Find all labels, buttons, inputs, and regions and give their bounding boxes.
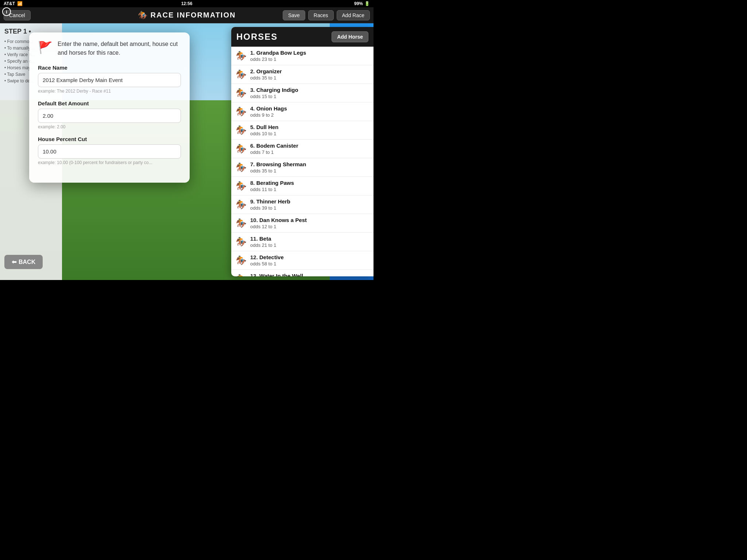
- horse-list-item[interactable]: 🏇 3. Charging Indigo odds 15 to 1: [231, 84, 374, 102]
- nav-title: RACE INFORMATION: [151, 11, 236, 19]
- horse-info: 5. Dull Hen odds 10 to 1: [250, 124, 369, 136]
- battery-icon: 🔋: [364, 1, 370, 6]
- horse-name: Grandpa Bow Legs: [256, 50, 306, 56]
- horse-number: 10.: [250, 217, 259, 223]
- add-horse-button[interactable]: Add Horse: [332, 31, 368, 42]
- bet-amount-group: Default Bet Amount example: 2.00: [38, 100, 181, 129]
- horse-number: 4.: [250, 105, 256, 112]
- horse-odds: odds 15 to 1: [250, 94, 369, 99]
- house-cut-hint: example: 10.00 (0-100 percent for fundra…: [38, 160, 181, 165]
- race-name-label: Race Name: [38, 65, 181, 71]
- status-bar: AT&T 📶 12:56 99% 🔋: [0, 0, 374, 7]
- horse-list-item[interactable]: 🏇 6. Bodem Canister odds 7 to 1: [231, 140, 374, 158]
- house-cut-input[interactable]: [38, 144, 181, 159]
- house-cut-group: House Percent Cut example: 10.00 (0-100 …: [38, 136, 181, 165]
- horse-odds: odds 35 to 1: [250, 75, 369, 81]
- horse-list-item[interactable]: 🏇 1. Grandpa Bow Legs odds 23 to 1: [231, 47, 374, 65]
- horse-list-item[interactable]: 🏇 7. Browsing Sherman odds 35 to 1: [231, 158, 374, 177]
- horse-rider-icon: 🏇: [236, 51, 247, 61]
- bet-amount-input[interactable]: [38, 109, 181, 123]
- horse-odds: odds 21 to 1: [250, 242, 369, 248]
- modal-header: 🚩 Enter the name, default bet amount, ho…: [38, 40, 181, 57]
- race-name-hint: example: The 2012 Derby - Race #11: [38, 89, 181, 94]
- horse-list-item[interactable]: 🏇 5. Dull Hen odds 10 to 1: [231, 121, 374, 140]
- horse-name: Organizer: [256, 68, 282, 74]
- horse-number: 8.: [250, 180, 256, 186]
- horse-list-item[interactable]: 🏇 9. Thinner Herb odds 39 to 1: [231, 195, 374, 214]
- horse-name: Charging Indigo: [256, 87, 298, 93]
- horse-list-item[interactable]: 🏇 12. Detective odds 58 to 1: [231, 251, 374, 270]
- horse-rider-icon: 🏇: [236, 199, 247, 210]
- nav-center: 🏇 RACE INFORMATION: [138, 11, 236, 20]
- horse-rider-icon: 🏇: [236, 162, 247, 172]
- horse-odds: odds 11 to 1: [250, 187, 369, 192]
- house-cut-label: House Percent Cut: [38, 136, 181, 142]
- horse-rider-icon: 🏇: [236, 106, 247, 117]
- horse-name: Detective: [259, 254, 284, 260]
- race-name-group: Race Name example: The 2012 Derby - Race…: [38, 65, 181, 94]
- horse-odds: odds 23 to 1: [250, 57, 369, 62]
- horse-number: 13.: [250, 273, 259, 276]
- modal-overlay: 🚩 Enter the name, default bet amount, ho…: [0, 23, 374, 280]
- horse-name: Bodem Canister: [256, 143, 298, 149]
- horse-number: 9.: [250, 198, 256, 205]
- horse-info: 12. Detective odds 58 to 1: [250, 254, 369, 267]
- horse-name: Beta: [259, 236, 271, 242]
- horse-rider-icon: 🏇: [236, 255, 247, 265]
- race-name-input[interactable]: [38, 73, 181, 87]
- info-button[interactable]: i: [2, 7, 11, 16]
- races-button[interactable]: Races: [308, 10, 334, 20]
- horse-list-item[interactable]: 🏇 11. Beta odds 21 to 1: [231, 233, 374, 251]
- horse-list-item[interactable]: 🏇 13. Water In the Well odds 26 to 1: [231, 270, 374, 276]
- bet-amount-label: Default Bet Amount: [38, 100, 181, 106]
- horse-info: 3. Charging Indigo odds 15 to 1: [250, 87, 369, 99]
- horse-info: 2. Organizer odds 35 to 1: [250, 68, 369, 81]
- horse-odds: odds 58 to 1: [250, 261, 369, 267]
- modal-header-text: Enter the name, default bet amount, hous…: [58, 40, 181, 57]
- horse-rider-icon: 🏇: [236, 181, 247, 191]
- horse-info: 1. Grandpa Bow Legs odds 23 to 1: [250, 50, 369, 62]
- horse-list-item[interactable]: 🏇 2. Organizer odds 35 to 1: [231, 65, 374, 84]
- horse-number: 1.: [250, 50, 256, 56]
- horse-info: 10. Dan Knows a Pest odds 12 to 1: [250, 217, 369, 229]
- race-info-form: 🚩 Enter the name, default bet amount, ho…: [29, 32, 190, 183]
- horse-name: Onion Hags: [256, 105, 287, 112]
- horse-odds: odds 39 to 1: [250, 205, 369, 211]
- horse-name: Browsing Sherman: [256, 161, 306, 167]
- horse-list-item[interactable]: 🏇 8. Berating Paws odds 11 to 1: [231, 177, 374, 195]
- horses-title: HORSES: [236, 32, 278, 42]
- add-race-button[interactable]: Add Race: [337, 10, 370, 20]
- horse-number: 7.: [250, 161, 256, 167]
- horse-info: 6. Bodem Canister odds 7 to 1: [250, 143, 369, 155]
- carrier-text: AT&T: [4, 1, 15, 6]
- horse-info: 11. Beta odds 21 to 1: [250, 236, 369, 248]
- horse-name: Thinner Herb: [256, 198, 290, 205]
- horse-odds: odds 35 to 1: [250, 168, 369, 174]
- horse-info: 13. Water In the Well odds 26 to 1: [250, 273, 369, 276]
- horse-rider-icon: 🏇: [236, 274, 247, 276]
- horse-number: 11.: [250, 236, 259, 242]
- horses-header: HORSES Add Horse: [231, 27, 374, 47]
- horse-info: 8. Berating Paws odds 11 to 1: [250, 180, 369, 192]
- horse-odds: odds 7 to 1: [250, 149, 369, 155]
- horse-info: 9. Thinner Herb odds 39 to 1: [250, 198, 369, 211]
- horse-number: 2.: [250, 68, 256, 74]
- horse-list-item[interactable]: 🏇 4. Onion Hags odds 9 to 2: [231, 102, 374, 121]
- battery-text: 99%: [354, 1, 363, 6]
- flag-icon: 🚩: [38, 40, 53, 54]
- horse-number: 3.: [250, 87, 256, 93]
- status-left: AT&T 📶: [4, 1, 23, 6]
- horse-rider-icon: 🏇: [236, 125, 247, 135]
- horse-odds: odds 12 to 1: [250, 224, 369, 229]
- horse-list-item[interactable]: 🏇 10. Dan Knows a Pest odds 12 to 1: [231, 214, 374, 233]
- horse-number: 5.: [250, 124, 256, 130]
- horse-odds: odds 9 to 2: [250, 112, 369, 118]
- status-right: 99% 🔋: [354, 1, 370, 6]
- horses-panel: HORSES Add Horse 🏇 1. Grandpa Bow Legs o…: [231, 27, 374, 276]
- save-button[interactable]: Save: [283, 10, 305, 20]
- bet-amount-hint: example: 2.00: [38, 124, 181, 129]
- horse-rider-icon: 🏇: [236, 69, 247, 79]
- horse-rider-icon: 🏇: [236, 88, 247, 98]
- horse-odds: odds 10 to 1: [250, 131, 369, 136]
- horse-rider-icon: 🏇: [236, 218, 247, 228]
